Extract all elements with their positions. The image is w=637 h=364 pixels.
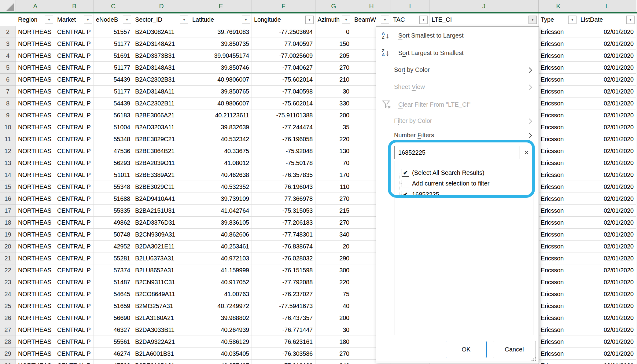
filter-button-date[interactable]: ▼: [626, 16, 635, 24]
cell-date[interactable]: 02/01/2020: [578, 288, 636, 300]
row-number[interactable]: 5: [0, 62, 16, 74]
column-letter-region[interactable]: A: [16, 0, 55, 12]
column-letter-date[interactable]: L: [578, 0, 636, 12]
checkbox-checked[interactable]: ✔: [402, 191, 409, 198]
cell-enodeb[interactable]: 54439: [94, 74, 133, 86]
row-number[interactable]: 8: [0, 97, 16, 109]
filter-button-lon[interactable]: ▼: [305, 16, 314, 24]
column-header-region[interactable]: Region▼: [16, 13, 55, 26]
cell-az[interactable]: 340: [315, 360, 352, 364]
cell-date[interactable]: 02/01/2020: [578, 157, 636, 169]
cell-lat[interactable]: 39.739109: [190, 193, 252, 205]
filter-button-az[interactable]: ▼: [342, 16, 350, 24]
cell-sector[interactable]: B2LU6373A31: [133, 252, 190, 264]
cell-enodeb[interactable]: 49862: [94, 217, 133, 229]
filter-search-input[interactable]: 16852225: [394, 146, 520, 159]
cell-enodeb[interactable]: 51688: [94, 193, 133, 205]
cell-region[interactable]: NORTHEAS: [16, 50, 55, 62]
cell-date[interactable]: 02/01/2020: [578, 74, 636, 86]
cell-type[interactable]: Ericsson: [539, 26, 578, 38]
filter-button-lteci[interactable]: ▼: [528, 16, 537, 24]
cell-date[interactable]: 02/01/2020: [578, 300, 636, 312]
select-all-corner[interactable]: [0, 0, 16, 12]
cell-enodeb[interactable]: 51557: [94, 26, 133, 38]
row-number[interactable]: 19: [0, 229, 16, 241]
cell-lon[interactable]: -77.040627: [252, 62, 315, 74]
row-number[interactable]: 21: [0, 252, 16, 264]
cell-market[interactable]: CENTRAL P: [55, 181, 94, 193]
cell-type[interactable]: Ericsson: [539, 312, 578, 324]
cell-market[interactable]: CENTRAL P: [55, 62, 94, 74]
cell-lat[interactable]: 40.862606: [190, 229, 252, 241]
cell-type[interactable]: Ericsson: [539, 324, 578, 336]
cell-market[interactable]: CENTRAL P: [55, 26, 94, 38]
cell-market[interactable]: CENTRAL P: [55, 241, 94, 252]
cell-lat[interactable]: 40.33675: [190, 145, 252, 157]
row-number[interactable]: 23: [0, 276, 16, 288]
cell-date[interactable]: 02/01/2020: [578, 50, 636, 62]
cell-sector[interactable]: B2LU8652A31: [133, 264, 190, 276]
cell-sector[interactable]: B2AD3203A11: [133, 121, 190, 133]
cell-type[interactable]: Ericsson: [539, 229, 578, 241]
cell-date[interactable]: 02/01/2020: [578, 336, 636, 348]
cell-lon[interactable]: -75.913133: [252, 360, 315, 364]
filter-button-lat[interactable]: ▼: [242, 16, 250, 24]
cell-date[interactable]: 02/01/2020: [578, 217, 636, 229]
cell-lat[interactable]: 41.159999: [190, 264, 252, 276]
cell-az[interactable]: 290: [315, 252, 352, 264]
cell-lat[interactable]: 40.462638: [190, 169, 252, 181]
cell-sector[interactable]: B2AD3148A31: [133, 62, 190, 74]
cell-enodeb[interactable]: 51004: [94, 121, 133, 133]
cell-enodeb[interactable]: 51177: [94, 38, 133, 50]
cell-lat[interactable]: 39.850746: [190, 62, 252, 74]
cell-lon[interactable]: -77.2503694: [252, 26, 315, 38]
cell-lat[interactable]: 39.90455174: [190, 50, 252, 62]
filter-button-beamw[interactable]: ▼: [381, 16, 389, 24]
checkbox-checked[interactable]: ✔: [402, 169, 409, 177]
ok-button[interactable]: OK: [446, 341, 487, 358]
cell-enodeb[interactable]: 51177: [94, 86, 133, 97]
cell-market[interactable]: CENTRAL P: [55, 205, 94, 217]
cell-market[interactable]: CENTRAL P: [55, 336, 94, 348]
cell-lon[interactable]: -76.196043: [252, 181, 315, 193]
cell-region[interactable]: NORTHEAS: [16, 276, 55, 288]
cell-date[interactable]: 02/01/2020: [578, 121, 636, 133]
row-number[interactable]: 30: [0, 360, 16, 364]
cell-region[interactable]: NORTHEAS: [16, 229, 55, 241]
cell-enodeb[interactable]: 55561: [94, 336, 133, 348]
cell-sector[interactable]: B2DA3021E11: [133, 241, 190, 252]
cell-type[interactable]: Ericsson: [539, 276, 578, 288]
column-header-lteci[interactable]: LTE_CI▼: [429, 13, 539, 26]
cell-az[interactable]: 30: [315, 324, 352, 336]
row-number[interactable]: 18: [0, 217, 16, 229]
cell-az[interactable]: 200: [315, 312, 352, 324]
cell-type[interactable]: Ericsson: [539, 252, 578, 264]
cell-az[interactable]: 180: [315, 336, 352, 348]
row-number[interactable]: 26: [0, 312, 16, 324]
cell-market[interactable]: CENTRAL P: [55, 229, 94, 241]
cell-az[interactable]: 200: [315, 109, 352, 121]
cell-region[interactable]: NORTHEAS: [16, 169, 55, 181]
cell-region[interactable]: NORTHEAS: [16, 252, 55, 264]
cell-lat[interactable]: 40.532352: [190, 181, 252, 193]
cell-region[interactable]: NORTHEAS: [16, 109, 55, 121]
cell-az[interactable]: 30: [315, 86, 352, 97]
cell-sector[interactable]: B2BE3029C11: [133, 181, 190, 193]
filter-value-item[interactable]: ✔(Select All Search Results): [395, 167, 484, 178]
cell-sector[interactable]: B2AD3148A21: [133, 38, 190, 50]
cell-region[interactable]: NORTHEAS: [16, 62, 55, 74]
row-number[interactable]: 27: [0, 324, 16, 336]
row-number[interactable]: 15: [0, 181, 16, 193]
cell-lon[interactable]: -76.028032: [252, 252, 315, 264]
filter-value-item[interactable]: ✔16852225: [395, 189, 439, 200]
cell-enodeb[interactable]: 51659: [94, 300, 133, 312]
cell-lon[interactable]: -77.040597: [252, 38, 315, 50]
cell-market[interactable]: CENTRAL P: [55, 348, 94, 360]
cell-enodeb[interactable]: 46274: [94, 348, 133, 360]
cell-region[interactable]: NORTHEAS: [16, 121, 55, 133]
cell-market[interactable]: CENTRAL P: [55, 169, 94, 181]
filter-button-market[interactable]: ▼: [84, 16, 92, 24]
cell-market[interactable]: CENTRAL P: [55, 97, 94, 109]
column-letter-beamw[interactable]: H: [352, 0, 391, 12]
cell-lat[interactable]: 40.21123611: [190, 109, 252, 121]
